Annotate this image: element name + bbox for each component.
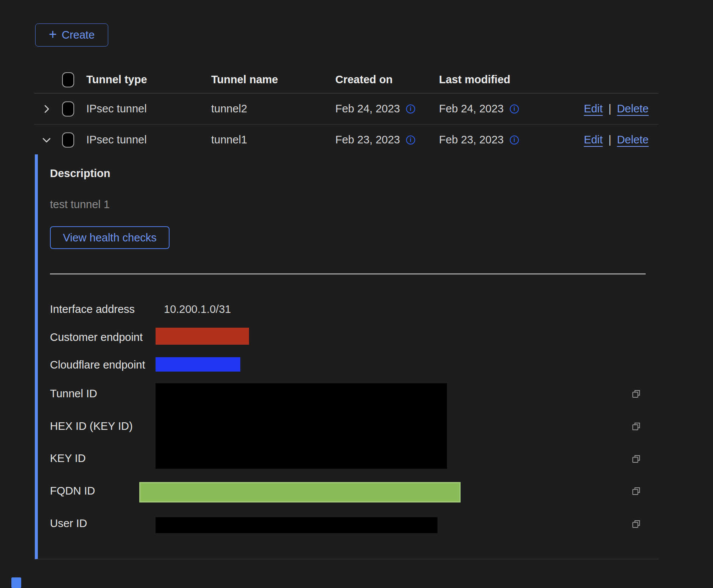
description-label: Description xyxy=(50,167,111,180)
view-health-checks-button[interactable]: View health checks xyxy=(50,226,170,249)
delete-link[interactable]: Delete xyxy=(617,134,649,146)
header-tunnel-type: Tunnel type xyxy=(86,73,211,86)
edit-link[interactable]: Edit xyxy=(584,103,603,115)
interface-address-value: 10.200.1.0/31 xyxy=(164,303,231,316)
expanded-tunnel-panel: Description test tunnel 1 View health ch… xyxy=(35,154,659,559)
description-value: test tunnel 1 xyxy=(50,198,110,211)
create-button-label: Create xyxy=(62,29,95,41)
cell-created-on: Feb 24, 2023 i xyxy=(335,103,439,115)
bottom-left-blue-fragment xyxy=(11,577,21,588)
key-id-label: KEY ID xyxy=(50,452,86,465)
tunnel-id-label: Tunnel ID xyxy=(50,387,97,400)
created-on-date: Feb 24, 2023 xyxy=(335,103,400,115)
fqdn-id-redacted-value xyxy=(139,482,461,502)
row-checkbox[interactable] xyxy=(62,101,74,117)
chevron-right-icon xyxy=(41,103,52,115)
hex-id-label: HEX ID (KEY ID) xyxy=(50,420,133,432)
chevron-down-icon xyxy=(41,134,52,146)
copy-icon[interactable] xyxy=(631,486,641,496)
user-id-redacted-value xyxy=(156,517,437,533)
last-modified-date: Feb 23, 2023 xyxy=(439,134,504,146)
action-separator: | xyxy=(609,134,612,146)
cell-created-on: Feb 23, 2023 i xyxy=(335,134,439,146)
cell-tunnel-name: tunnel1 xyxy=(211,134,335,146)
info-icon[interactable]: i xyxy=(406,104,415,114)
cell-last-modified: Feb 23, 2023 i xyxy=(439,134,550,146)
collapse-row-button[interactable] xyxy=(34,134,62,146)
row-checkbox[interactable] xyxy=(62,132,74,148)
expand-row-button[interactable] xyxy=(34,103,62,115)
copy-icon[interactable] xyxy=(631,454,641,464)
user-id-label: User ID xyxy=(50,517,87,530)
interface-address-label: Interface address xyxy=(50,303,135,316)
ids-redacted-value-block xyxy=(156,383,447,469)
panel-divider xyxy=(50,274,646,274)
fqdn-id-label: FQDN ID xyxy=(50,485,95,497)
copy-icon[interactable] xyxy=(631,421,641,431)
copy-icon[interactable] xyxy=(631,389,641,399)
info-icon[interactable]: i xyxy=(510,135,519,145)
info-icon[interactable]: i xyxy=(510,104,519,114)
select-all-checkbox[interactable] xyxy=(62,72,74,87)
plus-icon: + xyxy=(49,28,57,41)
table-row-tunnel2: IPsec tunnel tunnel2 Feb 24, 2023 i Feb … xyxy=(34,93,659,124)
info-icon[interactable]: i xyxy=(406,135,415,145)
header-last-modified: Last modified xyxy=(439,73,550,86)
delete-link[interactable]: Delete xyxy=(617,103,649,115)
tunnels-page: + Create Tunnel type Tunnel name Created… xyxy=(0,0,713,588)
edit-link[interactable]: Edit xyxy=(584,134,603,146)
action-separator: | xyxy=(609,103,612,115)
header-tunnel-name: Tunnel name xyxy=(211,73,335,86)
tunnels-table: Tunnel type Tunnel name Created on Last … xyxy=(34,66,659,155)
customer-endpoint-label: Customer endpoint xyxy=(50,331,143,344)
created-on-date: Feb 23, 2023 xyxy=(335,134,400,146)
last-modified-date: Feb 24, 2023 xyxy=(439,103,504,115)
cell-tunnel-name: tunnel2 xyxy=(211,103,335,115)
cloudflare-endpoint-redacted-value xyxy=(156,357,240,372)
table-row-tunnel1: IPsec tunnel tunnel1 Feb 23, 2023 i Feb … xyxy=(34,124,659,155)
copy-icon[interactable] xyxy=(631,519,641,529)
header-created-on: Created on xyxy=(335,73,439,86)
cell-tunnel-type: IPsec tunnel xyxy=(86,103,211,115)
cloudflare-endpoint-label: Cloudflare endpoint xyxy=(50,359,145,371)
customer-endpoint-redacted-value xyxy=(156,328,249,345)
create-button[interactable]: + Create xyxy=(35,23,108,47)
cell-last-modified: Feb 24, 2023 i xyxy=(439,103,550,115)
row-actions: Edit | Delete xyxy=(584,103,659,115)
table-header-row: Tunnel type Tunnel name Created on Last … xyxy=(34,66,659,93)
row-actions: Edit | Delete xyxy=(584,134,659,146)
cell-tunnel-type: IPsec tunnel xyxy=(86,134,211,146)
